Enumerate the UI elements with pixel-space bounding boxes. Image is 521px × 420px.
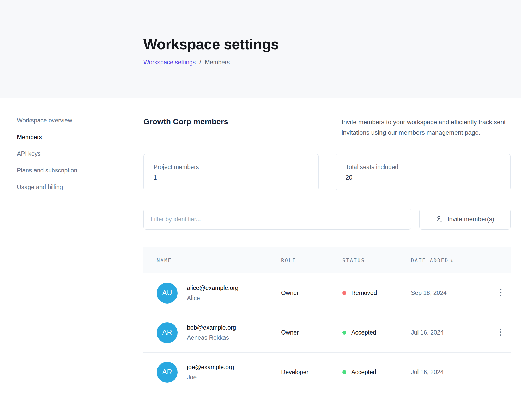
column-header-status: STATUS [342,257,411,263]
status-badge: Removed [351,289,377,297]
column-header-date-added[interactable]: DATE ADDED↓ [411,257,491,263]
breadcrumb-link-workspace-settings[interactable]: Workspace settings [143,59,196,66]
row-menu-icon[interactable] [498,326,504,339]
settings-sidebar: Workspace overview Members API keys Plan… [17,117,111,392]
breadcrumb: Workspace settings / Members [143,59,521,66]
status-badge: Accepted [351,369,376,376]
sidebar-item-plans-subscription[interactable]: Plans and subscription [17,167,111,174]
member-email: alice@example.org [187,285,238,292]
status-dot [342,331,346,335]
member-email: joe@example.org [187,364,234,371]
member-role: Owner [281,289,342,297]
invite-members-button[interactable]: Invite member(s) [419,209,511,230]
content-area: Workspace overview Members API keys Plan… [0,98,521,392]
sort-descending-icon: ↓ [450,257,453,263]
avatar: AU [157,283,178,304]
stat-card-total-seats: Total seats included 20 [336,154,511,190]
page-title: Workspace settings [143,36,521,53]
member-date-added: Sep 18, 2024 [411,289,491,297]
invite-button-label: Invite member(s) [447,215,494,223]
table-row: AU alice@example.org Alice Owner Removed… [143,273,511,313]
member-role: Developer [281,369,342,376]
person-plus-icon [435,215,443,223]
table-row: AR joe@example.org Joe Developer Accepte… [143,353,511,392]
sidebar-item-members[interactable]: Members [17,134,111,141]
member-name: Alice [187,295,238,302]
status-dot [342,291,346,295]
members-main: Growth Corp members Invite members to yo… [143,117,511,392]
stat-card-project-members: Project members 1 [143,154,319,190]
page-header: Workspace settings Workspace settings / … [0,0,521,98]
table-row: AR bob@example.org Aeneas Rekkas Owner A… [143,313,511,353]
members-description: Invite members to your workspace and eff… [342,117,511,138]
column-header-name: NAME [143,257,281,263]
column-header-role: ROLE [281,257,342,263]
members-heading: Growth Corp members [143,117,228,126]
members-table: NAME ROLE STATUS DATE ADDED↓ AU alice@ex… [143,247,511,392]
stat-value: 1 [154,174,308,181]
sidebar-item-usage-billing[interactable]: Usage and billing [17,184,111,191]
sidebar-item-api-keys[interactable]: API keys [17,150,111,157]
member-email: bob@example.org [187,324,236,331]
filter-input[interactable] [143,209,411,230]
avatar: AR [157,362,178,383]
member-name: Aeneas Rekkas [187,334,236,341]
sidebar-item-workspace-overview[interactable]: Workspace overview [17,117,111,124]
table-header-row: NAME ROLE STATUS DATE ADDED↓ [143,247,511,273]
row-menu-icon[interactable] [498,287,504,299]
breadcrumb-current-members: Members [205,59,230,66]
stat-label: Total seats included [346,164,501,171]
stat-label: Project members [154,164,308,171]
member-name: Joe [187,374,234,381]
status-dot [342,370,346,374]
member-role: Owner [281,329,342,336]
breadcrumb-separator: / [199,59,201,66]
stat-cards: Project members 1 Total seats included 2… [143,154,511,190]
member-date-added: Jul 16, 2024 [411,329,491,336]
avatar: AR [157,322,178,343]
status-badge: Accepted [351,329,376,336]
stat-value: 20 [346,174,501,181]
member-date-added: Jul 16, 2024 [411,369,491,376]
